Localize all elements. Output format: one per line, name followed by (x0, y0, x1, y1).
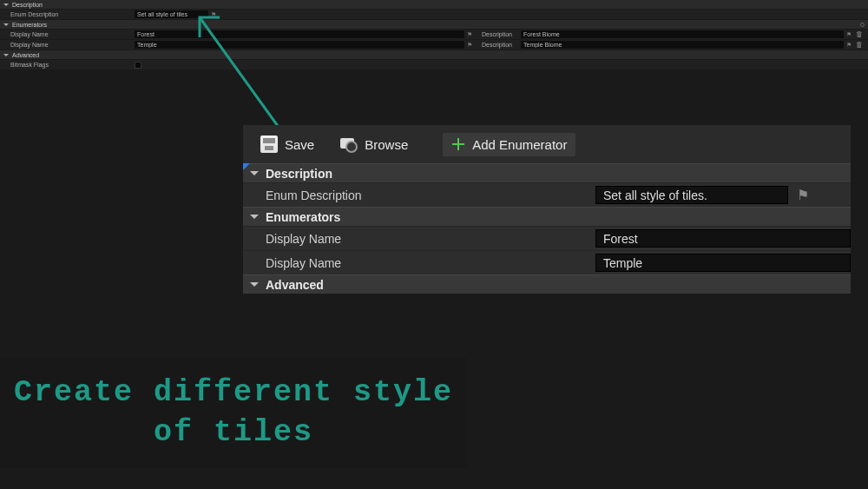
section-label: Description (266, 167, 332, 181)
section-label: Advanced (12, 52, 39, 58)
description-label-small: Description (482, 42, 521, 48)
save-icon (260, 135, 278, 153)
display-name-label-large: Display Name (266, 256, 595, 270)
collapse-arrow-icon (250, 171, 259, 175)
display-name-label-small: Display Name (0, 31, 135, 37)
modified-marker-icon (243, 163, 250, 170)
section-label: Enumerators (266, 210, 340, 224)
flag-icon[interactable]: ⚑ (466, 42, 473, 49)
section-label: Description (12, 2, 43, 8)
enumerator-row-large: Display Name (243, 250, 851, 274)
properties-panel-large: Save Browse Add Enumerator Description E… (243, 125, 851, 294)
display-name-input-small[interactable] (135, 30, 464, 38)
flag-icon[interactable]: ⚑ (466, 31, 473, 38)
annotation-caption: Create different style of tiles (0, 358, 467, 468)
row-enum-description-small: Enum Description ⚑ (0, 10, 868, 20)
display-name-input-small[interactable] (135, 41, 464, 49)
display-name-input-large[interactable] (595, 254, 851, 272)
section-label: Advanced (266, 278, 324, 292)
row-enum-description-large: Enum Description ⚑ (243, 182, 851, 207)
flag-icon[interactable]: ⚑ (210, 11, 217, 18)
flag-icon[interactable]: ⚑ (845, 42, 852, 49)
section-header-description-small[interactable]: Description (0, 0, 868, 10)
enumerator-row-large: Display Name (243, 226, 851, 250)
delete-icon[interactable]: 🗑 (856, 31, 863, 38)
browse-button[interactable]: Browse (332, 131, 417, 157)
display-name-input-large[interactable] (595, 229, 851, 248)
caption-line-1: Create different style (0, 373, 467, 413)
enumerator-row-small: Display Name ⚑ Description ⚑ 🗑 (0, 40, 868, 50)
section-header-description-large[interactable]: Description (243, 163, 851, 182)
bitmask-label-small: Bitmask Flags (0, 62, 135, 68)
section-header-advanced-large[interactable]: Advanced (243, 274, 851, 294)
collapse-arrow-icon (3, 23, 9, 26)
description-input-small[interactable] (521, 30, 844, 38)
enum-description-input-small[interactable] (135, 10, 208, 18)
delete-icon[interactable]: 🗑 (856, 42, 863, 49)
large-panel-body: Description Enum Description ⚑ Enumerato… (243, 163, 851, 294)
toolbar: Save Browse Add Enumerator (243, 125, 851, 163)
section-header-enumerators-large[interactable]: Enumerators (243, 207, 851, 226)
browse-button-label: Browse (365, 137, 408, 152)
save-button[interactable]: Save (252, 131, 323, 157)
collapse-arrow-icon (3, 54, 9, 56)
description-input-small[interactable] (521, 41, 844, 49)
flag-icon[interactable]: ⚑ (797, 187, 809, 203)
collapse-arrow-icon (3, 3, 9, 6)
add-enumerator-label: Add Enumerator (472, 137, 567, 152)
flag-icon[interactable]: ⚑ (845, 31, 852, 38)
add-element-icon[interactable] (860, 23, 865, 27)
collapse-arrow-icon (250, 215, 259, 219)
section-label: Enumerators (12, 22, 47, 28)
row-bitmask-small: Bitmask Flags (0, 60, 868, 70)
display-name-label-small: Display Name (0, 42, 135, 48)
section-header-enumerators-small[interactable]: Enumerators (0, 20, 868, 30)
description-label-small: Description (482, 31, 521, 37)
plus-icon (451, 137, 465, 151)
section-header-advanced-small[interactable]: Advanced (0, 50, 868, 60)
bitmask-checkbox-small[interactable] (135, 62, 141, 69)
browse-icon (340, 135, 358, 153)
enum-description-label-small: Enum Description (0, 11, 135, 17)
properties-panel-small: Description Enum Description ⚑ Enumerato… (0, 0, 868, 70)
add-enumerator-button[interactable]: Add Enumerator (443, 133, 575, 156)
enum-description-input-large[interactable] (595, 186, 788, 204)
save-button-label: Save (285, 137, 314, 152)
caption-line-2: of tiles (0, 413, 467, 453)
collapse-arrow-icon (250, 282, 259, 287)
enum-description-label-large: Enum Description (266, 188, 595, 202)
enumerator-row-small: Display Name ⚑ Description ⚑ 🗑 (0, 30, 868, 40)
display-name-label-large: Display Name (266, 232, 595, 246)
